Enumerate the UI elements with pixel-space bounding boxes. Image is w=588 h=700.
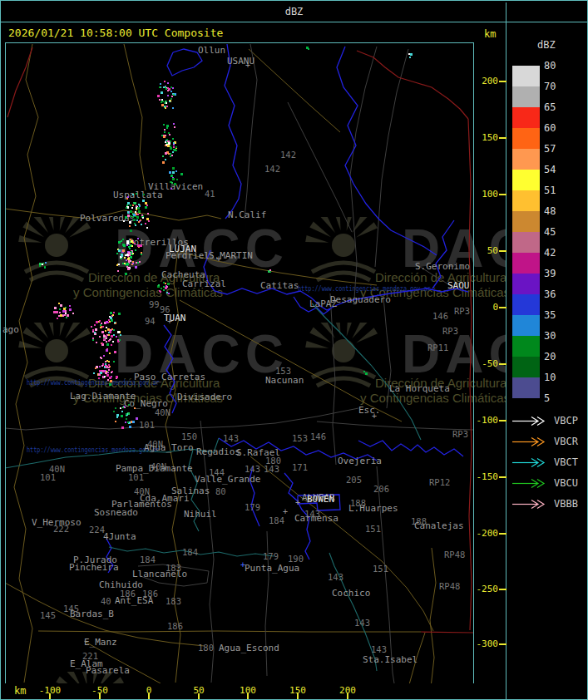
radar-echo-pixel xyxy=(145,206,147,209)
radar-echo-pixel xyxy=(130,229,132,232)
radar-echo-pixel xyxy=(104,376,106,377)
radar-echo-pixel xyxy=(173,142,175,144)
map-line-o xyxy=(249,49,340,132)
radar-echo-pixel xyxy=(171,182,173,184)
radar-echo-pixel xyxy=(132,216,134,218)
scale-color-box xyxy=(512,170,540,190)
scale-color-box xyxy=(512,315,540,336)
radar-echo-pixel xyxy=(108,369,110,371)
radar-echo-pixel xyxy=(94,332,96,333)
radar-echo-pixel xyxy=(165,159,166,160)
radar-echo-pixel xyxy=(172,107,174,109)
radar-echo-pixel xyxy=(92,339,94,341)
radar-echo-pixel xyxy=(108,340,110,342)
map-line-o xyxy=(430,548,436,683)
map-label: 171 xyxy=(292,463,308,471)
radar-echo-pixel xyxy=(126,205,128,206)
map-label: Ant_ESA xyxy=(115,597,153,605)
radar-echo-pixel xyxy=(130,205,131,206)
scale-color-box xyxy=(512,357,540,377)
radar-echo-pixel xyxy=(161,91,163,94)
map-label: RP11 xyxy=(427,343,448,352)
vector-arrow-icon xyxy=(511,416,549,426)
right-axis-tick xyxy=(499,137,506,139)
radar-echo-pixel xyxy=(139,261,141,263)
station-marker: + xyxy=(245,62,250,69)
radar-echo-pixel xyxy=(166,292,168,293)
right-axis-tick-label: -50 xyxy=(470,358,498,369)
map-label: RP3 xyxy=(442,327,458,335)
radar-echo-pixel xyxy=(111,319,113,322)
map-label: Agua_Toro xyxy=(144,444,194,452)
radar-echo-pixel xyxy=(59,308,61,310)
radar-echo-pixel xyxy=(127,421,129,423)
vector-label: VBBB xyxy=(554,498,578,510)
radar-echo-pixel xyxy=(121,258,122,259)
radar-echo-pixel xyxy=(39,265,41,267)
map-label: 101 xyxy=(139,421,155,429)
radar-echo-pixel xyxy=(141,214,143,216)
map-label: 145 xyxy=(63,604,79,613)
map-line-b xyxy=(225,44,241,219)
radar-echo-pixel xyxy=(170,86,172,88)
radar-map: DACCDirección de Agriculturay Contingenc… xyxy=(1,42,506,683)
bottom-axis-tick xyxy=(49,693,51,699)
radar-echo-pixel xyxy=(172,151,174,153)
radar-echo-pixel xyxy=(165,141,166,143)
radar-echo-pixel xyxy=(117,270,119,272)
radar-echo-pixel xyxy=(163,289,165,291)
radar-echo-pixel xyxy=(72,313,74,314)
title-bar: dBZ xyxy=(1,1,587,22)
map-label: Nihuil xyxy=(184,510,217,519)
map-label: RP48 xyxy=(439,582,460,590)
map-label: Punta_Agua xyxy=(245,564,299,573)
radar-echo-pixel xyxy=(114,351,116,353)
radar-echo-pixel xyxy=(137,207,140,210)
scale-color-box xyxy=(512,377,540,398)
map-label: 40N xyxy=(155,408,170,417)
right-axis-tick xyxy=(499,589,506,590)
radar-echo-pixel xyxy=(103,335,106,338)
radar-echo-pixel xyxy=(125,216,127,219)
map-label: 183 xyxy=(166,597,181,605)
radar-echo-pixel xyxy=(168,293,170,294)
right-axis-tick xyxy=(499,81,506,82)
radar-echo-pixel xyxy=(122,249,125,252)
radar-echo-pixel xyxy=(109,316,111,318)
radar-echo-pixel xyxy=(57,318,58,319)
bottom-axis-tick xyxy=(247,693,249,699)
bottom-axis-tick xyxy=(347,693,348,699)
radar-echo-pixel xyxy=(146,227,148,229)
radar-echo-pixel xyxy=(135,211,136,213)
radar-echo-pixel xyxy=(167,87,169,89)
scale-value-label: 54 xyxy=(544,164,577,175)
legend-panel: dBZ 807065605754514845423936353020105 VB… xyxy=(506,1,588,700)
radar-echo-pixel xyxy=(163,136,166,138)
radar-echo-pixel xyxy=(103,338,105,340)
radar-echo-pixel xyxy=(138,221,140,223)
scale-color-box xyxy=(512,336,540,357)
radar-echo-pixel xyxy=(126,207,127,209)
map-label: La Horqueta xyxy=(389,385,450,393)
map-label: Regadios xyxy=(196,448,240,456)
radar-echo-pixel xyxy=(167,95,169,96)
radar-echo-pixel xyxy=(128,404,130,406)
scale-color-box xyxy=(512,86,540,107)
right-axis-tick-label: 100 xyxy=(470,189,498,200)
radar-echo-pixel xyxy=(94,324,96,326)
radar-echo-pixel xyxy=(164,129,166,131)
scale-color-box xyxy=(512,66,540,86)
map-line-g xyxy=(5,408,358,430)
radar-echo-pixel xyxy=(164,131,166,133)
map-label: RP3 xyxy=(452,430,468,438)
radar-echo-pixel xyxy=(136,216,139,219)
radar-echo-pixel xyxy=(159,86,161,88)
radar-echo-pixel xyxy=(100,324,101,326)
right-axis-tick xyxy=(499,533,506,535)
radar-echo-pixel xyxy=(169,101,170,102)
map-label: 80 xyxy=(215,487,226,495)
map-label: 179 xyxy=(245,503,260,511)
radar-echo-pixel xyxy=(138,210,141,213)
radar-echo-pixel xyxy=(100,372,102,374)
scale-value-label: 42 xyxy=(544,247,577,259)
